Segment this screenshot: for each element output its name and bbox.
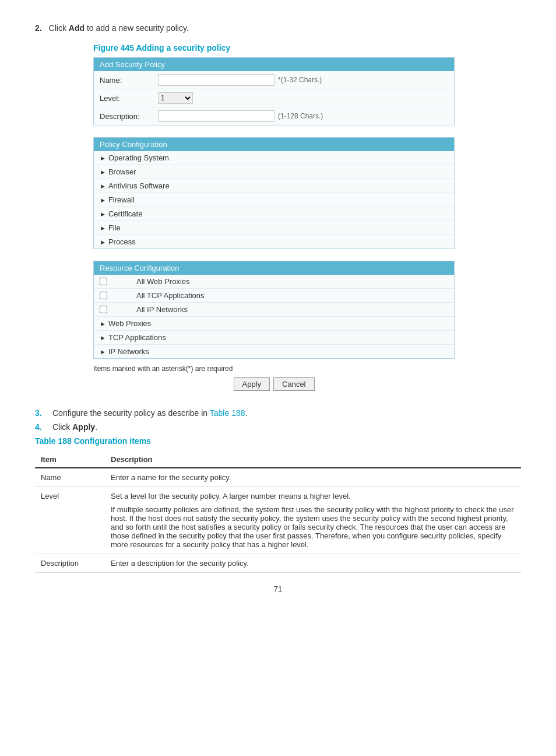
name-row: Name: *(1-32 Chars.)	[94, 71, 454, 89]
step-3: 3. Configure the security policy as desc…	[35, 408, 521, 418]
page-number: 71	[35, 584, 521, 593]
policy-configuration-header: Policy Configuration	[94, 138, 454, 151]
step-3-text: Configure the security policy as describ…	[52, 408, 247, 418]
policy-item-os[interactable]: ► Operating System	[94, 151, 454, 165]
row-level-item: Level	[35, 487, 105, 554]
policy-item-certificate[interactable]: ► Certificate	[94, 207, 454, 221]
asterisk-note: Items marked with an asterisk(*) are req…	[93, 365, 455, 373]
description-hint: (1-128 Chars.)	[278, 112, 323, 120]
policy-item-process[interactable]: ► Process	[94, 235, 454, 249]
all-web-proxies-checkbox[interactable]	[100, 278, 107, 285]
description-label: Description:	[100, 112, 158, 121]
all-ip-networks-checkbox[interactable]	[100, 306, 107, 313]
resource-configuration-header: Resource Configuration	[94, 261, 454, 275]
level-label: Level:	[100, 94, 158, 103]
policy-configuration-section: Policy Configuration ► Operating System …	[93, 137, 455, 249]
policy-item-firewall[interactable]: ► Firewall	[94, 193, 454, 207]
cancel-button[interactable]: Cancel	[273, 377, 314, 391]
figure-title: Figure 445 Adding a security policy	[93, 43, 521, 52]
row-name-description: Enter a name for the security policy.	[105, 468, 521, 487]
row-name-item: Name	[35, 468, 105, 487]
description-row: Description: (1-128 Chars.)	[94, 107, 454, 125]
policy-item-browser[interactable]: ► Browser	[94, 165, 454, 179]
step-2-intro: 2. Click Add to add a new security polic…	[35, 23, 521, 33]
step-4-number: 4.	[35, 422, 52, 432]
step-4-text: Click Apply.	[52, 422, 97, 432]
arrow-os-icon: ►	[100, 155, 106, 162]
row-description-description: Enter a description for the security pol…	[105, 554, 521, 573]
step-2-number: 2.	[35, 23, 42, 33]
table-header-row: Item Description	[35, 452, 521, 468]
arrow-file-icon: ►	[100, 225, 106, 232]
resource-all-web-proxies-row: All Web Proxies	[94, 275, 454, 289]
policy-item-os-label: Operating System	[108, 153, 169, 162]
table-row-name: Name Enter a name for the security polic…	[35, 468, 521, 487]
tcp-applications-label: TCP Applications	[108, 333, 166, 342]
arrow-web-proxies-icon: ►	[100, 320, 106, 327]
description-input[interactable]	[158, 110, 275, 122]
level-select[interactable]: 1 2 3	[158, 92, 193, 104]
arrow-antivirus-icon: ►	[100, 183, 106, 190]
name-input[interactable]	[158, 74, 275, 86]
arrow-firewall-icon: ►	[100, 197, 106, 204]
table-188-title: Table 188 Configuration items	[35, 436, 521, 446]
policy-item-firewall-label: Firewall	[108, 195, 135, 204]
policy-item-antivirus-label: Antivirus Software	[108, 181, 170, 190]
arrow-process-icon: ►	[100, 239, 106, 246]
table-header-item: Item	[35, 452, 105, 468]
all-ip-networks-label: All IP Networks	[136, 305, 188, 314]
all-tcp-applications-checkbox[interactable]	[100, 292, 107, 299]
add-security-policy-box: Add Security Policy Name: *(1-32 Chars.)…	[93, 57, 455, 125]
button-row: Apply Cancel	[93, 377, 455, 391]
resource-all-ip-row: All IP Networks	[94, 303, 454, 317]
step-2-text: Click Add to add a new security policy.	[49, 23, 189, 33]
ip-networks-label: IP Networks	[108, 347, 149, 356]
table-row-level: Level Set a level for the security polic…	[35, 487, 521, 554]
apply-button[interactable]: Apply	[234, 377, 270, 391]
arrow-ip-icon: ►	[100, 348, 106, 355]
arrow-browser-icon: ►	[100, 169, 106, 176]
arrow-tcp-icon: ►	[100, 334, 106, 341]
arrow-certificate-icon: ►	[100, 211, 106, 218]
policy-item-antivirus[interactable]: ► Antivirus Software	[94, 179, 454, 193]
resource-web-proxies-expand[interactable]: ► Web Proxies	[94, 317, 454, 331]
resource-ip-expand[interactable]: ► IP Networks	[94, 345, 454, 358]
step-3-number: 3.	[35, 408, 52, 418]
name-hint: *(1-32 Chars.)	[278, 76, 322, 84]
policy-item-file[interactable]: ► File	[94, 221, 454, 235]
resource-configuration-section: Resource Configuration All Web Proxies A…	[93, 261, 455, 359]
resource-tcp-expand[interactable]: ► TCP Applications	[94, 331, 454, 345]
policy-item-browser-label: Browser	[108, 167, 136, 176]
web-proxies-label: Web Proxies	[108, 319, 151, 328]
level-row: Level: 1 2 3	[94, 89, 454, 107]
policy-item-process-label: Process	[108, 237, 136, 246]
all-tcp-applications-label: All TCP Applications	[136, 291, 205, 300]
row-level-description: Set a level for the security policy. A l…	[105, 487, 521, 554]
all-web-proxies-label: All Web Proxies	[136, 277, 190, 286]
policy-item-certificate-label: Certificate	[108, 209, 143, 218]
row-description-item: Description	[35, 554, 105, 573]
add-security-policy-header: Add Security Policy	[94, 58, 454, 71]
step-4: 4. Click Apply.	[35, 422, 521, 432]
resource-all-tcp-row: All TCP Applications	[94, 289, 454, 303]
table-row-description: Description Enter a description for the …	[35, 554, 521, 573]
name-label: Name:	[100, 76, 158, 85]
policy-item-file-label: File	[108, 223, 121, 232]
table-188-link[interactable]: Table 188	[210, 408, 245, 418]
table-header-description: Description	[105, 452, 521, 468]
configuration-table: Item Description Name Enter a name for t…	[35, 452, 521, 573]
